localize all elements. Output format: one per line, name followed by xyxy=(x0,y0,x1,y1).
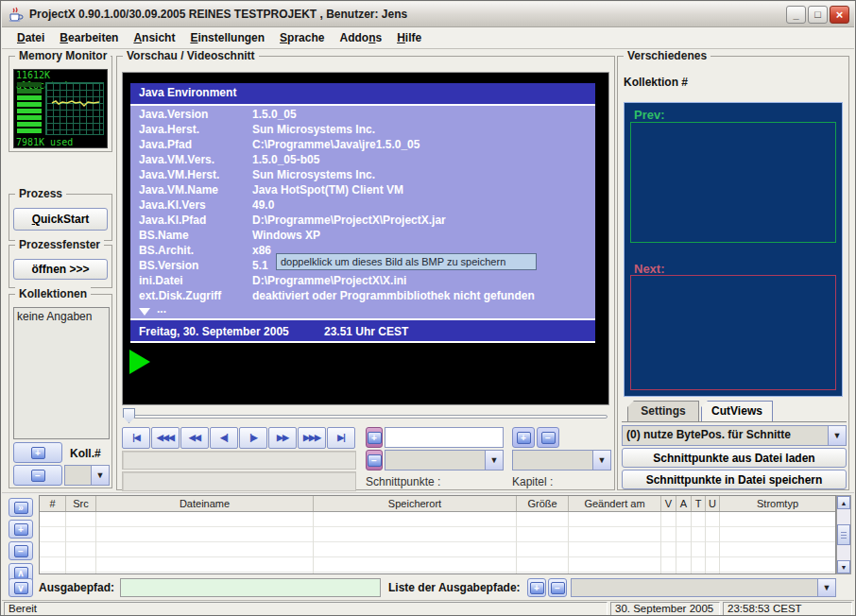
column-groesse[interactable]: Größe xyxy=(517,496,569,511)
remove-icon: − xyxy=(368,454,382,467)
menu-datei[interactable]: Datei xyxy=(9,29,52,46)
chapters-combobox[interactable]: ▼ xyxy=(512,450,611,471)
load-cutpoints-button[interactable]: Schnittpunkte aus Datei laden xyxy=(622,448,847,468)
remove-output-path-button[interactable]: − xyxy=(548,578,567,597)
remove-cutpoint-button[interactable]: − xyxy=(366,450,383,471)
table-scrollbar[interactable]: ▲ ▼ xyxy=(836,495,851,574)
close-button[interactable]: × xyxy=(830,6,849,24)
add-output-path-button[interactable]: + xyxy=(527,578,546,597)
remove-collection-button[interactable]: − xyxy=(13,465,62,486)
status-time: 23:58:53 CEST xyxy=(723,602,852,616)
scrollbar-thumb[interactable] xyxy=(837,524,850,545)
memory-monitor-group: Memory Monitor 11612K allocated 7981K us… xyxy=(9,56,112,152)
minimize-button[interactable]: _ xyxy=(786,6,806,24)
slider-track[interactable] xyxy=(125,415,608,419)
title-bar[interactable]: ProjectX 0.90.1.00/30.09.2005 REINES TES… xyxy=(2,2,854,27)
output-path-input[interactable] xyxy=(120,578,381,597)
nav-last-button[interactable]: ▶| xyxy=(327,427,355,449)
add-file-button[interactable]: + xyxy=(9,520,33,539)
position-slider[interactable] xyxy=(123,408,609,424)
add-icon: + xyxy=(368,432,382,444)
column-v[interactable]: V xyxy=(661,496,676,511)
memory-monitor-title: Memory Monitor xyxy=(15,49,111,62)
transfer-file-button[interactable]: » xyxy=(9,498,33,517)
save-cutpoints-button[interactable]: Schnittpunkte in Datei speichern xyxy=(622,470,847,489)
menu-sprache[interactable]: Sprache xyxy=(272,29,332,46)
column-src[interactable]: Src xyxy=(66,496,96,511)
collection-number-combobox[interactable]: ▼ xyxy=(64,465,110,486)
tab-settings[interactable]: Settings xyxy=(627,401,699,422)
memory-used-label: 7981K used xyxy=(16,137,73,147)
nav-fast-rewind-button[interactable]: ◀◀◀ xyxy=(151,427,180,449)
bytepos-combobox[interactable]: (0) nutze BytePos. für Schnitte ▼ xyxy=(622,425,847,446)
scroll-down-icon[interactable]: ▼ xyxy=(837,560,850,573)
menu-ansicht[interactable]: Ansicht xyxy=(126,29,182,46)
prev-frame-box[interactable] xyxy=(630,122,836,243)
kollektion-number-label: Kollektion # xyxy=(624,76,688,89)
cutpoint-input[interactable] xyxy=(385,427,504,448)
file-table-body[interactable] xyxy=(40,512,835,573)
verschiedenes-title: Verschiedenes xyxy=(624,49,710,62)
next-frame-box[interactable] xyxy=(630,275,836,390)
video-preview-area[interactable]: Java Environment Java.Version1.5.0_05 Ja… xyxy=(122,72,609,405)
menu-einstellungen[interactable]: Einstellungen xyxy=(182,29,272,46)
output-path-label: Ausgabepfad: xyxy=(39,581,114,594)
env-footer: Freitag, 30. September 2005 23.51 Uhr CE… xyxy=(130,318,595,343)
maximize-button[interactable]: □ xyxy=(808,6,828,24)
env-footer-time: 23.51 Uhr CEST xyxy=(324,325,408,338)
collections-list[interactable]: keine Angaben xyxy=(13,307,110,439)
quickstart-button[interactable]: QuickStart xyxy=(13,208,108,231)
prozessfenster-group: Prozessfenster öffnen >>> xyxy=(9,245,112,288)
nav-forward-button[interactable]: ▶▶ xyxy=(268,427,297,449)
cutview-panel: Prev: Next: xyxy=(624,102,843,397)
next-label: Next: xyxy=(634,262,665,276)
column-a[interactable]: A xyxy=(676,496,692,511)
more-arrow-icon xyxy=(139,308,150,316)
add-icon: + xyxy=(31,447,45,459)
cutpoints-combobox[interactable]: ▼ xyxy=(385,450,504,471)
column-u[interactable]: U xyxy=(706,496,720,511)
scroll-up-icon[interactable]: ▲ xyxy=(837,496,850,509)
control-tray-1 xyxy=(122,451,356,470)
preview-group: Vorschau / Videoschnitt Java Environment… xyxy=(116,56,615,490)
remove-file-button[interactable]: − xyxy=(9,541,33,560)
app-window: ProjectX 0.90.1.00/30.09.2005 REINES TES… xyxy=(0,0,856,616)
nav-step-forward-button[interactable]: |▶ xyxy=(239,427,267,449)
menu-addons[interactable]: Addons xyxy=(332,29,389,46)
chevron-down-icon: ▼ xyxy=(485,451,503,470)
add-collection-button[interactable]: + xyxy=(13,442,62,463)
remove-chapter-button[interactable]: − xyxy=(537,427,559,448)
prozess-group: Prozess QuickStart xyxy=(9,194,112,241)
remove-icon: − xyxy=(541,432,556,444)
nav-rewind-button[interactable]: ◀◀ xyxy=(180,427,209,449)
move-file-down-button[interactable]: ∨ xyxy=(9,578,33,597)
column-dateiname[interactable]: Dateiname xyxy=(96,496,314,511)
column-speicherort[interactable]: Speicherort xyxy=(314,496,517,511)
output-path-list-label: Liste der Ausgabepfade: xyxy=(388,581,521,594)
env-header: Java Environment xyxy=(130,83,595,104)
column-geaendert[interactable]: Geändert am xyxy=(569,496,661,511)
add-cutpoint-button[interactable]: + xyxy=(366,427,383,448)
output-path-combobox[interactable]: ▼ xyxy=(571,578,836,597)
open-process-window-button[interactable]: öffnen >>> xyxy=(13,259,108,280)
control-tray-2 xyxy=(122,471,356,491)
add-icon: + xyxy=(517,432,531,444)
slider-thumb[interactable] xyxy=(123,408,135,423)
chevron-down-icon: ∨ xyxy=(14,582,28,594)
tab-rule xyxy=(622,421,847,422)
nav-step-back-button[interactable]: ◀| xyxy=(210,427,238,449)
column-t[interactable]: T xyxy=(692,496,706,511)
menu-bearbeiten[interactable]: Bearbeiten xyxy=(52,29,126,46)
memory-bars xyxy=(17,82,42,135)
add-chapter-button[interactable]: + xyxy=(512,427,535,448)
column-stromtyp[interactable]: Stromtyp xyxy=(720,496,835,511)
nav-fast-forward-button[interactable]: ▶▶▶ xyxy=(298,427,326,449)
remove-icon: − xyxy=(14,545,28,557)
chevron-down-icon: ▼ xyxy=(828,426,846,445)
file-table-header: # Src Dateiname Speicherort Größe Geände… xyxy=(40,496,835,512)
column-index[interactable]: # xyxy=(40,496,66,511)
tab-cutviews[interactable]: CutViews xyxy=(701,401,773,422)
list-item: keine Angaben xyxy=(14,308,109,325)
menu-hilfe[interactable]: Hilfe xyxy=(389,29,429,46)
nav-first-button[interactable]: |◀ xyxy=(122,427,150,449)
